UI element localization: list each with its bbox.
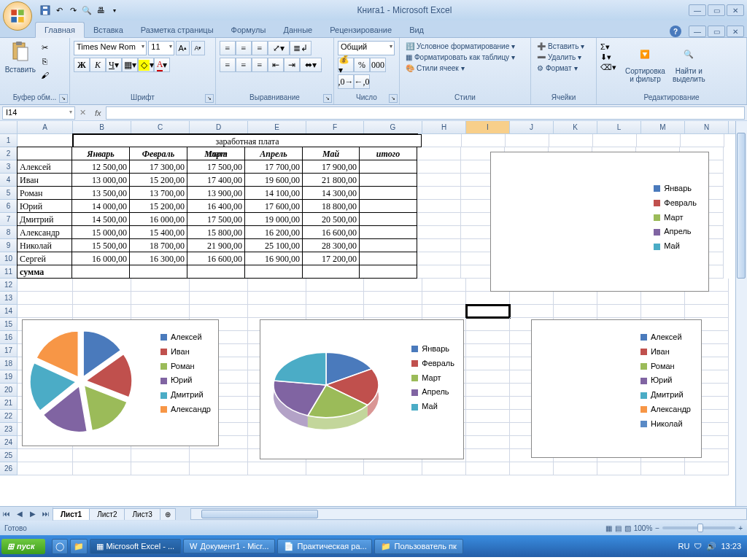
cell-H5[interactable] — [417, 187, 461, 200]
cell-F8[interactable]: 16 600,00 — [302, 225, 360, 239]
last-sheet-icon[interactable]: ⏭ — [39, 508, 53, 521]
align-top-icon[interactable]: ≡ — [220, 41, 236, 55]
cell-H4[interactable] — [417, 174, 461, 187]
cell-C6[interactable]: 15 200,00 — [129, 199, 187, 213]
cell-B5[interactable]: 13 500,00 — [71, 186, 130, 200]
cell-A26[interactable] — [18, 462, 73, 475]
cell-B13[interactable] — [73, 292, 131, 305]
cell-H26[interactable] — [422, 462, 466, 475]
cell-I14[interactable] — [466, 305, 510, 318]
font-name-select[interactable]: Times New Rom — [74, 41, 147, 55]
italic-button[interactable]: К — [90, 58, 106, 72]
cell-G3[interactable] — [359, 160, 417, 174]
cell-H6[interactable] — [417, 200, 461, 213]
tab-insert[interactable]: Вставка — [85, 23, 132, 37]
cell-I20[interactable] — [466, 384, 510, 397]
cell-B11[interactable] — [71, 265, 130, 279]
increase-indent-icon[interactable]: ⇥ — [284, 58, 300, 72]
border-button[interactable]: ▦▾ — [122, 58, 138, 72]
next-sheet-icon[interactable]: ▶ — [26, 508, 39, 521]
conditional-format-button[interactable]: 🔢Условное форматирование ▾ — [403, 41, 527, 52]
row-header-5[interactable]: 5 — [0, 187, 18, 200]
quick-launch-chrome[interactable]: ◯ — [52, 539, 68, 554]
cell-G10[interactable] — [359, 252, 417, 265]
cell-C4[interactable]: 15 200,00 — [129, 173, 187, 187]
row-header-12[interactable]: 12 — [0, 279, 18, 292]
col-header-L[interactable]: L — [597, 121, 641, 133]
number-dialog-icon[interactable]: ↘ — [389, 94, 398, 103]
cell-N26[interactable] — [685, 462, 729, 475]
tray-volume-icon[interactable]: 🔊 — [706, 542, 716, 551]
cell-A1[interactable] — [18, 134, 73, 147]
decrease-indent-icon[interactable]: ⇤ — [268, 58, 284, 72]
paste-button[interactable]: Вставить — [4, 39, 37, 89]
align-center-icon[interactable]: ≡ — [236, 58, 252, 72]
cell-G8[interactable] — [359, 225, 417, 239]
cell-I1[interactable] — [462, 134, 506, 147]
worksheet[interactable]: ABCDEFGHIJKLMN 1заработная плата2ЯнварьФ… — [0, 121, 747, 506]
cancel-formula-icon[interactable]: ✕ — [80, 108, 86, 117]
cell-D14[interactable] — [190, 305, 248, 318]
cell-G11[interactable] — [359, 265, 417, 279]
cell-I13[interactable] — [466, 292, 510, 305]
col-header-N[interactable]: N — [685, 121, 729, 133]
cell-D13[interactable] — [190, 292, 248, 305]
cell-H2[interactable] — [417, 147, 461, 160]
task-word[interactable]: WДокумент1 - Micr... — [183, 539, 275, 553]
col-header-B[interactable]: B — [73, 121, 131, 133]
cell-C3[interactable]: 17 300,00 — [129, 160, 187, 174]
cell-B8[interactable]: 15 000,00 — [71, 225, 130, 239]
cell-D2[interactable]: Март — [187, 147, 245, 160]
cell-C25[interactable] — [131, 449, 190, 462]
row-header-16[interactable]: 16 — [0, 331, 18, 344]
cell-A11[interactable]: сумма — [17, 265, 72, 279]
help-icon[interactable]: ? — [670, 26, 681, 37]
cell-E12[interactable] — [248, 279, 306, 292]
cell-E5[interactable]: 14 100,00 — [244, 186, 303, 200]
cell-C13[interactable] — [131, 292, 190, 305]
cell-L14[interactable] — [597, 305, 641, 318]
cell-C12[interactable] — [131, 279, 190, 292]
cell-D12[interactable] — [190, 279, 248, 292]
col-header-J[interactable]: J — [510, 121, 554, 133]
first-sheet-icon[interactable]: ⏮ — [0, 508, 13, 521]
tab-formulas[interactable]: Формулы — [222, 23, 275, 37]
fill-color-button[interactable]: ◇▾ — [138, 58, 154, 72]
quick-launch-folder[interactable]: 📁 — [70, 539, 88, 554]
cell-H3[interactable] — [417, 160, 461, 174]
cell-G7[interactable] — [359, 212, 417, 226]
comma-icon[interactable]: 000 — [370, 58, 386, 72]
row-header-18[interactable]: 18 — [0, 357, 18, 370]
new-sheet-icon[interactable]: ⊕ — [160, 508, 176, 520]
cell-M1[interactable] — [637, 134, 681, 147]
cell-G9[interactable] — [359, 238, 417, 252]
decrease-decimal-icon[interactable]: ←,0 — [354, 74, 370, 89]
cell-D4[interactable]: 17 400,00 — [187, 173, 245, 187]
zoom-level[interactable]: 100% — [634, 524, 653, 532]
cell-E10[interactable]: 16 900,00 — [244, 252, 303, 265]
autosum-icon[interactable]: Σ▾ — [600, 42, 621, 52]
cell-E3[interactable]: 17 700,00 — [244, 160, 303, 174]
bold-button[interactable]: Ж — [74, 58, 90, 72]
clock[interactable]: 13:23 — [721, 542, 741, 551]
cell-F6[interactable]: 18 800,00 — [302, 199, 360, 213]
delete-cells-button[interactable]: ➖Удалить ▾ — [535, 52, 592, 63]
cell-A25[interactable] — [18, 449, 73, 462]
cell-I22[interactable] — [466, 410, 510, 423]
cell-E8[interactable]: 16 200,00 — [244, 225, 303, 239]
cell-E4[interactable]: 19 600,00 — [244, 173, 303, 187]
cell-D6[interactable]: 16 400,00 — [187, 199, 245, 213]
cell-F3[interactable]: 17 900,00 — [302, 160, 360, 174]
cell-G26[interactable] — [364, 462, 422, 475]
cell-H9[interactable] — [417, 239, 461, 252]
cell-B25[interactable] — [73, 449, 131, 462]
cell-C5[interactable]: 13 700,00 — [129, 186, 187, 200]
cell-A12[interactable] — [18, 279, 73, 292]
cell-H14[interactable] — [422, 305, 466, 318]
print-icon[interactable]: 🖶 — [95, 4, 107, 16]
print-preview-icon[interactable]: 🔍 — [81, 4, 93, 16]
zoom-out-icon[interactable]: − — [655, 524, 659, 532]
cell-B2[interactable]: Январь — [71, 147, 130, 160]
cell-G12[interactable] — [364, 279, 422, 292]
workbook-close-button[interactable]: ✕ — [727, 26, 744, 37]
